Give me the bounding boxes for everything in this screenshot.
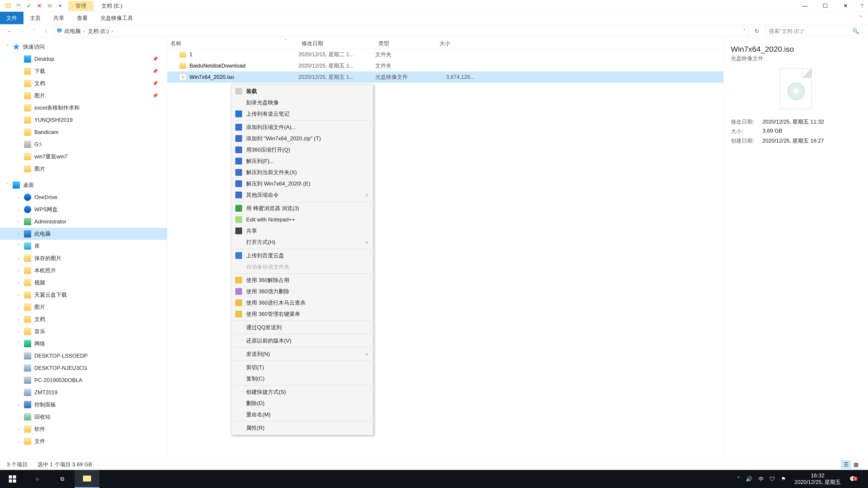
menu-item[interactable]: 装载 bbox=[232, 86, 373, 97]
action-center-icon[interactable]: 💬 bbox=[849, 476, 856, 482]
nav-item[interactable]: ›软件 bbox=[0, 423, 167, 435]
menu-item[interactable]: 其他压缩命令› bbox=[232, 189, 373, 201]
nav-item[interactable]: ˅快速访问 bbox=[0, 41, 167, 53]
menu-item[interactable]: 使用 360强力删除 bbox=[232, 286, 373, 297]
menu-item[interactable]: 刻录光盘映像 bbox=[232, 97, 373, 108]
menu-item[interactable]: 创建快捷方式(S) bbox=[232, 386, 373, 398]
close-button[interactable]: ✕ bbox=[835, 0, 856, 12]
menu-item[interactable]: 通过QQ发送到 bbox=[232, 322, 373, 333]
maximize-button[interactable]: ☐ bbox=[815, 0, 835, 12]
menu-item[interactable]: 打开方式(H)› bbox=[232, 236, 373, 248]
qat-docs-icon[interactable] bbox=[15, 2, 22, 9]
file-row[interactable]: Win7x64_2020.iso2020/12/25, 星期五 1...光盘映像… bbox=[167, 71, 723, 83]
explorer-task[interactable] bbox=[74, 470, 99, 488]
tab-view[interactable]: 查看 bbox=[70, 12, 94, 24]
tab-home[interactable]: 主页 bbox=[24, 12, 47, 24]
tray-overflow-icon[interactable]: ˄ bbox=[737, 476, 740, 482]
tab-file[interactable]: 文件 bbox=[0, 12, 24, 24]
nav-up[interactable]: ↑ bbox=[42, 27, 50, 35]
expand-icon[interactable]: › bbox=[18, 439, 19, 444]
shield-icon[interactable]: 🛡 bbox=[770, 476, 775, 482]
nav-item[interactable]: ›OneDrive bbox=[0, 191, 167, 203]
nav-item[interactable]: ˅桌面 bbox=[0, 179, 167, 191]
nav-item[interactable]: 图片📌 bbox=[0, 90, 167, 102]
tab-share[interactable]: 共享 bbox=[47, 12, 70, 24]
col-type[interactable]: 类型 bbox=[375, 40, 436, 47]
nav-item[interactable]: G:\ bbox=[0, 138, 167, 151]
expand-icon[interactable]: ˅ bbox=[6, 44, 8, 50]
clock[interactable]: 16:32 2020/12/25, 星期五 bbox=[792, 473, 844, 486]
nav-item[interactable]: ›Administrator bbox=[0, 216, 167, 228]
view-large-icon[interactable]: ▦ bbox=[851, 460, 861, 468]
col-size[interactable]: 大小 bbox=[436, 40, 482, 47]
nav-item[interactable]: 回收站 bbox=[0, 411, 167, 423]
expand-icon[interactable]: › bbox=[18, 219, 19, 224]
menu-item[interactable]: 共享 bbox=[232, 225, 373, 236]
menu-item[interactable]: 使用 360解除占用 bbox=[232, 274, 373, 286]
menu-item[interactable]: 解压到(F)... bbox=[232, 156, 373, 167]
nav-item[interactable]: ›图片 bbox=[0, 301, 167, 313]
refresh-button[interactable]: ↻ bbox=[752, 28, 761, 34]
nav-item[interactable]: DESKTOP-NJEU3CG bbox=[0, 362, 167, 374]
search-input[interactable]: 搜索"文档 (E:)" 🔍 bbox=[765, 26, 863, 36]
nav-item[interactable]: ›本机照片 bbox=[0, 264, 167, 276]
expand-icon[interactable]: › bbox=[18, 292, 19, 297]
breadcrumb-dropdown[interactable]: ˅ bbox=[743, 28, 746, 34]
menu-item[interactable]: 删除(D) bbox=[232, 398, 373, 409]
nav-item[interactable]: ˅库 bbox=[0, 240, 167, 252]
help-button[interactable]: ? bbox=[856, 0, 868, 12]
nav-item[interactable]: win7重装win7 bbox=[0, 151, 167, 163]
expand-icon[interactable]: › bbox=[18, 304, 19, 310]
nav-item[interactable]: YUNQISHI2019 bbox=[0, 114, 167, 126]
menu-item[interactable]: 添加到压缩文件(A)... bbox=[232, 122, 373, 133]
menu-item[interactable]: 用 蜂蜜浏览器 浏览(3) bbox=[232, 203, 373, 214]
col-date[interactable]: 修改日期 bbox=[298, 40, 375, 47]
nav-item[interactable]: ˅网络 bbox=[0, 337, 167, 350]
menu-item[interactable]: 添加到 "Win7x64_2020.zip" (T) bbox=[232, 133, 373, 144]
nav-item[interactable]: Bandicam bbox=[0, 126, 167, 138]
expand-icon[interactable]: › bbox=[18, 268, 19, 273]
menu-item[interactable]: 使用 360进行木马云查杀 bbox=[232, 297, 373, 308]
qat-check-icon[interactable]: ✓ bbox=[25, 2, 33, 9]
search-icon[interactable]: 🔍 bbox=[852, 28, 859, 34]
nav-item[interactable]: Desktop📌 bbox=[0, 53, 167, 65]
nav-item[interactable]: ›WPS网盘 bbox=[0, 203, 167, 216]
expand-icon[interactable]: › bbox=[18, 280, 19, 285]
volume-icon[interactable]: 🔊 bbox=[746, 476, 752, 482]
nav-item[interactable]: DESKTOP-LSSOEDP bbox=[0, 350, 167, 362]
nav-recent-dropdown[interactable]: ˅ bbox=[30, 27, 38, 35]
menu-item[interactable]: Edit with Notepad++ bbox=[232, 214, 373, 225]
expand-icon[interactable]: ˅ bbox=[18, 243, 20, 249]
menu-item[interactable]: 上传到有道云笔记 bbox=[232, 108, 373, 120]
nav-item[interactable]: ZMT2019 bbox=[0, 386, 167, 398]
nav-item[interactable]: excel表格制作求和 bbox=[0, 102, 167, 114]
expand-icon[interactable]: › bbox=[18, 256, 19, 261]
breadcrumb-seg-1[interactable]: 文档 (E:) bbox=[87, 28, 114, 35]
nav-item[interactable]: 图片 bbox=[0, 163, 167, 175]
qat-new-icon[interactable] bbox=[46, 2, 53, 9]
expand-icon[interactable]: ˅ bbox=[18, 341, 20, 346]
nav-item[interactable]: ›控制面板 bbox=[0, 398, 167, 411]
col-name[interactable]: 名称˄ bbox=[167, 40, 298, 47]
expand-icon[interactable]: › bbox=[18, 195, 19, 200]
qat-dropdown-icon[interactable]: ▾ bbox=[57, 2, 64, 9]
menu-item[interactable]: 剪切(T) bbox=[232, 362, 373, 373]
menu-item[interactable]: 属性(R) bbox=[232, 422, 373, 433]
menu-item[interactable]: 使用 360管理右键菜单 bbox=[232, 308, 373, 320]
file-row[interactable]: 12020/12/15, 星期二 1...文件夹 bbox=[167, 49, 723, 60]
menu-item[interactable]: 解压到当前文件夹(X) bbox=[232, 167, 373, 178]
nav-item[interactable]: ›文件 bbox=[0, 435, 167, 447]
show-desktop[interactable] bbox=[862, 470, 865, 488]
ribbon-expand-icon[interactable]: ˅ bbox=[854, 12, 868, 24]
nav-back[interactable]: ← bbox=[5, 27, 13, 35]
menu-item[interactable]: 发送到(N)› bbox=[232, 348, 373, 360]
nav-item[interactable]: ›文档 bbox=[0, 313, 167, 325]
nav-item[interactable]: PC-20190530OBLA bbox=[0, 374, 167, 386]
nav-item[interactable]: ›保存的图片 bbox=[0, 252, 167, 264]
file-row[interactable]: BaiduNetdiskDownload2020/12/25, 星期五 1...… bbox=[167, 60, 723, 71]
contextual-tab[interactable]: 管理 bbox=[68, 1, 94, 11]
qat-delete-icon[interactable]: ✕ bbox=[36, 2, 43, 9]
nav-item[interactable]: 下载📌 bbox=[0, 65, 167, 77]
expand-icon[interactable]: › bbox=[18, 317, 19, 322]
view-details-icon[interactable]: ☰ bbox=[841, 460, 851, 468]
